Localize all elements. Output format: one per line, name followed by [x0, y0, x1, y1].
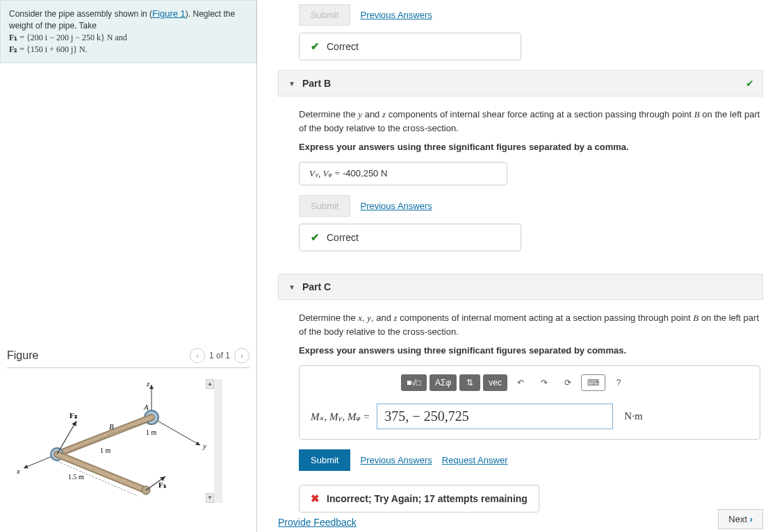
- svg-text:1 m: 1 m: [100, 447, 111, 454]
- figure-next-button[interactable]: ›: [234, 348, 250, 363]
- svg-text:B: B: [109, 422, 114, 431]
- figure-image: ▲ ▼ z y x A: [7, 379, 222, 503]
- equation-label: Mₓ, Mᵧ, Mᵩ =: [311, 410, 370, 423]
- equation-unit: N·m: [624, 410, 642, 422]
- incorrect-status: ✖ Incorrect; Try Again; 17 attempts rema…: [299, 485, 539, 513]
- equation-toolbar: ■√□ ΑΣφ ⇅ vec ↶ ↷ ⟳ ⌨ ?: [401, 374, 749, 391]
- redo-button[interactable]: ↷: [534, 374, 555, 391]
- caret-down-icon: ▼: [288, 283, 295, 291]
- submit-button-disabled-a: Submit: [299, 4, 350, 26]
- svg-text:F₁: F₁: [158, 481, 167, 489]
- previous-answers-link-b[interactable]: Previous Answers: [360, 201, 432, 211]
- part-c-instruction: Express your answers using three signifi…: [299, 345, 760, 356]
- f2-value: = {150 i + 600 j} N.: [17, 44, 87, 54]
- subscript-button[interactable]: ⇅: [459, 374, 480, 391]
- figure-prev-button[interactable]: ‹: [190, 348, 205, 363]
- keyboard-button[interactable]: ⌨: [581, 374, 605, 391]
- next-button[interactable]: Next ›: [718, 509, 763, 529]
- problem-intro-1: Consider the pipe assembly shown in (: [9, 9, 152, 19]
- svg-text:x: x: [16, 467, 20, 475]
- f1-value: = {200 i − 200 j − 250 k} N and: [17, 33, 126, 42]
- correct-status-a: ✔ Correct: [299, 33, 521, 60]
- reset-button[interactable]: ⟳: [557, 374, 578, 391]
- part-c-title: Part C: [302, 281, 331, 292]
- part-c-header[interactable]: ▼ Part C: [278, 274, 763, 300]
- figure-link[interactable]: Figure 1: [152, 8, 186, 19]
- check-icon: ✔: [311, 40, 320, 53]
- previous-answers-link-a[interactable]: Previous Answers: [360, 10, 432, 20]
- part-b-check-icon: ✔: [746, 78, 754, 89]
- cross-icon: ✖: [311, 492, 320, 505]
- part-b-header[interactable]: ▼ Part B ✔: [278, 70, 763, 97]
- equation-editor: ■√□ ΑΣφ ⇅ vec ↶ ↷ ⟳ ⌨ ? Mₓ, Mᵧ, Mᵩ = N·m: [299, 365, 760, 440]
- svg-text:z: z: [146, 379, 150, 388]
- f1-label: F₁: [9, 33, 17, 42]
- equation-input[interactable]: [377, 404, 613, 429]
- f2-label: F₂: [9, 44, 17, 54]
- template-button[interactable]: ■√□: [401, 374, 427, 391]
- correct-label-b: Correct: [327, 232, 359, 243]
- part-b-answer: Vᵧ, Vᵩ = -400,250 N: [299, 162, 507, 185]
- previous-answers-link-c[interactable]: Previous Answers: [360, 455, 432, 465]
- correct-status-b: ✔ Correct: [299, 224, 521, 251]
- part-b-answer-value: -400,250 N: [340, 168, 387, 178]
- svg-text:F₂: F₂: [69, 411, 77, 419]
- part-b-description: Determine the y and z components of inte…: [299, 108, 760, 135]
- svg-line-2: [152, 417, 200, 445]
- svg-text:1.5 m: 1.5 m: [68, 473, 84, 481]
- submit-button-c[interactable]: Submit: [299, 449, 350, 471]
- svg-text:y: y: [202, 442, 206, 450]
- greek-button[interactable]: ΑΣφ: [430, 374, 457, 391]
- check-icon: ✔: [311, 231, 320, 244]
- svg-text:1 m: 1 m: [146, 429, 157, 436]
- caret-down-icon: ▼: [288, 80, 295, 88]
- provide-feedback-link[interactable]: Provide Feedback: [278, 517, 357, 528]
- svg-line-12: [57, 454, 146, 490]
- request-answer-link[interactable]: Request Answer: [442, 455, 508, 465]
- part-b-answer-label: Vᵧ, Vᵩ =: [309, 168, 340, 178]
- scroll-up-icon[interactable]: ▲: [206, 379, 214, 389]
- svg-text:A: A: [143, 403, 149, 411]
- vec-button[interactable]: vec: [483, 374, 507, 391]
- part-b-title: Part B: [302, 78, 331, 89]
- incorrect-label: Incorrect; Try Again; 17 attempts remain…: [327, 493, 527, 504]
- figure-counter: 1 of 1: [209, 351, 230, 360]
- undo-button[interactable]: ↶: [510, 374, 531, 391]
- correct-label-a: Correct: [327, 41, 359, 52]
- submit-button-disabled-b: Submit: [299, 195, 350, 217]
- part-b-instruction: Express your answers using three signifi…: [299, 142, 760, 152]
- help-button[interactable]: ?: [608, 374, 629, 391]
- scroll-down-icon[interactable]: ▼: [206, 493, 214, 503]
- figure-title: Figure: [7, 349, 38, 362]
- problem-statement: Consider the pipe assembly shown in (Fig…: [0, 0, 256, 63]
- part-c-description: Determine the x, y, and z components of …: [299, 311, 760, 338]
